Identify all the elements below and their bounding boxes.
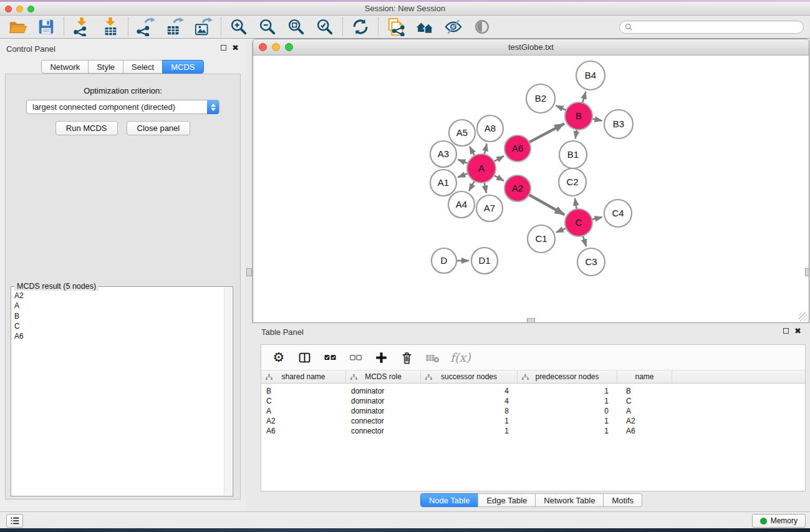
table-cell[interactable]: A6 (261, 426, 346, 436)
tab-mcds[interactable]: MCDS (162, 60, 203, 74)
graph-node-C1[interactable]: C1 (528, 225, 555, 253)
table-cell[interactable]: A2 (617, 416, 672, 426)
table-cell[interactable]: dominator (346, 386, 421, 396)
network-graph[interactable]: B4B2BB3A5A8A6B1A3AC2A1A2A4A7C4CC1C3DD1 (253, 56, 809, 322)
graph-node-A1[interactable]: A1 (430, 170, 456, 196)
graph-node-A8[interactable]: A8 (477, 115, 503, 142)
open-icon[interactable] (8, 17, 27, 36)
graph-edge-A-A5[interactable] (470, 147, 475, 157)
graph-edge-C-C1[interactable] (556, 228, 567, 232)
graph-node-A7[interactable]: A7 (476, 195, 503, 221)
table-cell[interactable]: 1 (518, 426, 617, 436)
resize-grip-icon[interactable] (799, 312, 808, 321)
zoom-out-icon[interactable] (258, 17, 277, 36)
bird-eye-view-icon[interactable] (473, 17, 491, 36)
graph-node-D[interactable]: D (432, 248, 456, 273)
table-cell[interactable]: C (617, 396, 672, 406)
graph-edge-A-A7[interactable] (484, 182, 486, 193)
tab-node-table[interactable]: Node Table (420, 493, 479, 507)
column-header-shared-name[interactable]: shared name (261, 370, 346, 383)
zoom-in-icon[interactable] (229, 17, 248, 36)
table-cell[interactable]: 0 (518, 406, 617, 416)
hide-graphics-details-icon[interactable] (444, 17, 463, 36)
mcds-result-item[interactable]: A (14, 301, 224, 311)
close-panel-icon[interactable]: ✖ (232, 44, 239, 51)
table-cell[interactable]: dominator (346, 406, 421, 416)
graph-node-A2[interactable]: A2 (504, 175, 531, 201)
table-cell[interactable]: 1 (518, 386, 617, 396)
graph-node-B[interactable]: B (565, 102, 592, 130)
table-cell[interactable]: dominator (346, 396, 421, 406)
graph-edge-B-B4[interactable] (582, 92, 586, 104)
table-row[interactable]: Bdominator41B (261, 386, 805, 396)
graph-node-D1[interactable]: D1 (471, 248, 498, 274)
tab-select[interactable]: Select (123, 60, 163, 74)
network-window-titlebar[interactable]: testGlobe.txt (253, 39, 809, 56)
column-header-name[interactable]: name (617, 370, 672, 383)
graph-edge-B-B1[interactable] (576, 129, 577, 138)
graph-edge-C-C3[interactable] (582, 235, 586, 246)
graph-node-A3[interactable]: A3 (430, 141, 456, 167)
graph-edge-B-B2[interactable] (556, 105, 567, 110)
graph-node-C3[interactable]: C3 (577, 248, 605, 276)
refresh-icon[interactable] (351, 17, 370, 36)
table-row[interactable]: A2connector11A2 (261, 416, 805, 426)
graph-node-A5[interactable]: A5 (449, 120, 475, 146)
export-image-icon[interactable] (194, 17, 213, 36)
table-cell[interactable]: C (261, 396, 346, 406)
home-icon[interactable] (415, 17, 434, 36)
graph-edge-A-A3[interactable] (458, 160, 468, 163)
float-panel-icon[interactable] (221, 45, 226, 51)
column-header-predecessor-nodes[interactable]: predecessor nodes (518, 370, 617, 383)
settings-icon[interactable]: ⚙ (271, 350, 286, 365)
graph-edge-C-C2[interactable] (575, 198, 577, 210)
search-input[interactable] (633, 22, 798, 31)
graph-edge-C-C4[interactable] (591, 217, 602, 220)
mcds-result-item[interactable]: A6 (14, 331, 224, 341)
export-network-icon[interactable] (137, 17, 155, 36)
graph-node-B2[interactable]: B2 (526, 84, 555, 113)
table-cell[interactable]: 8 (421, 406, 518, 416)
search-box[interactable] (619, 21, 804, 34)
graph-node-B3[interactable]: B3 (604, 110, 633, 138)
close-panel-button[interactable]: Close panel (127, 121, 191, 135)
zoom-fit-icon[interactable] (287, 17, 306, 36)
clone-network-icon[interactable] (387, 17, 405, 36)
table-row[interactable]: Cdominator41C (261, 396, 805, 406)
table-cell[interactable]: A (261, 406, 346, 416)
export-table-icon[interactable] (165, 17, 184, 36)
table-cell[interactable]: 4 (421, 386, 518, 396)
table-cell[interactable]: A6 (617, 426, 672, 436)
graph-edge-A-A6[interactable] (493, 156, 504, 162)
table-row[interactable]: Adominator80A (261, 406, 805, 416)
tab-style[interactable]: Style (88, 60, 123, 74)
vertical-split-handle[interactable] (246, 268, 252, 276)
graph-edge-A-A8[interactable] (485, 143, 487, 155)
network-canvas[interactable]: B4B2BB3A5A8A6B1A3AC2A1A2A4A7C4CC1C3DD1 (253, 56, 809, 322)
tab-network-table[interactable]: Network Table (535, 493, 604, 507)
graph-node-C2[interactable]: C2 (559, 168, 586, 196)
graph-node-C[interactable]: C (565, 209, 592, 236)
table-cell[interactable]: connector (346, 426, 421, 436)
graph-node-B4[interactable]: B4 (576, 61, 605, 90)
graph-node-A6[interactable]: A6 (504, 135, 531, 162)
table-cell[interactable]: B (617, 386, 672, 396)
tab-network[interactable]: Network (41, 60, 89, 74)
graph-edge-A2-C[interactable] (528, 195, 564, 215)
tab-motifs[interactable]: Motifs (603, 493, 642, 507)
criterion-select[interactable]: largest connected component (directed) (26, 100, 219, 114)
select-all-icon[interactable] (322, 350, 337, 365)
add-column-icon[interactable] (374, 350, 388, 365)
delete-column-icon[interactable] (399, 350, 414, 365)
graph-edge-A-A2[interactable] (493, 175, 504, 181)
tab-edge-table[interactable]: Edge Table (478, 493, 536, 507)
run-mcds-button[interactable]: Run MCDS (55, 121, 118, 135)
table-row[interactable]: A6connector11A6 (261, 426, 805, 436)
import-table-icon[interactable] (101, 17, 120, 36)
task-history-button[interactable] (6, 514, 23, 528)
import-network-icon[interactable] (72, 17, 91, 36)
scrollbar-track[interactable] (224, 288, 232, 495)
right-split-handle[interactable] (805, 268, 809, 276)
graph-node-A4[interactable]: A4 (448, 191, 475, 218)
mcds-result-list[interactable]: A2ABCA6 (11, 288, 224, 496)
